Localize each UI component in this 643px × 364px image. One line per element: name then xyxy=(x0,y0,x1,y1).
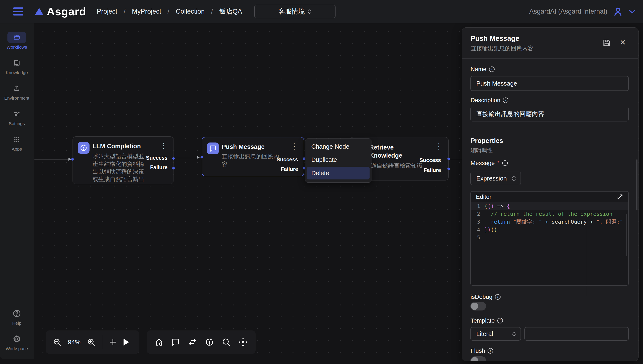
info-icon[interactable]: i xyxy=(488,348,493,354)
sidebar-item-environment[interactable]: Environment xyxy=(4,83,29,101)
run-icon[interactable] xyxy=(124,339,129,346)
success-port[interactable] xyxy=(447,158,450,160)
info-icon[interactable]: i xyxy=(489,66,495,72)
comment-icon[interactable] xyxy=(171,338,180,346)
account-name: AsgardAI (Asgard Internal) xyxy=(529,8,607,15)
close-icon[interactable]: ✕ xyxy=(620,38,626,47)
info-icon[interactable]: i xyxy=(503,98,508,103)
code-line: 4 })() xyxy=(471,226,628,234)
zoom-level: 94% xyxy=(68,338,81,346)
editor-scrollbar[interactable] xyxy=(626,214,627,256)
topbar: Asgard Project / MyProject / Collection … xyxy=(0,0,643,23)
code-area[interactable]: 1 (() => { 2 // return the result of the… xyxy=(471,202,628,242)
hamburger-menu-icon[interactable] xyxy=(13,8,23,16)
breadcrumb-separator: / xyxy=(167,8,169,15)
info-icon[interactable]: i xyxy=(495,294,501,300)
message-label: Message*i xyxy=(471,160,508,166)
sidebar-footer: Help Workspace xyxy=(0,300,34,359)
edge-arrowhead xyxy=(197,156,200,159)
app-window: LLM Completion ⋮ 呼叫大型語言模型並產生結構化的資料輸出以輔助流… xyxy=(0,0,643,364)
asgard-logo-icon xyxy=(35,8,43,15)
move-icon[interactable] xyxy=(238,337,248,347)
chevron-down-icon[interactable] xyxy=(628,9,636,14)
updown-icon xyxy=(512,176,516,181)
user-icon[interactable] xyxy=(613,6,623,16)
node-title: LLM Completion xyxy=(93,143,141,150)
llm-node-icon xyxy=(78,142,90,154)
port-label-success: Success xyxy=(146,155,167,161)
node-push-message[interactable]: Push Message ⋮ 直接輸出訊息的回應內容 Success Failu… xyxy=(202,137,304,176)
failure-port[interactable] xyxy=(172,167,175,170)
success-port[interactable] xyxy=(172,157,175,160)
breadcrumb-current[interactable]: 飯店QA xyxy=(219,7,242,16)
input-port[interactable] xyxy=(200,156,203,158)
sidebar-item-apps[interactable]: Apps xyxy=(8,134,26,152)
port-label-failure: Failure xyxy=(281,166,298,172)
breadcrumb-separator: / xyxy=(124,8,126,15)
expression-editor: Editor 1 (() => { 2 // return the result… xyxy=(470,191,629,286)
template-type-select[interactable]: Literal xyxy=(470,327,521,341)
node-menu-button[interactable]: ⋮ xyxy=(290,142,298,150)
name-input[interactable]: Push Message xyxy=(470,76,629,91)
add-icon[interactable] xyxy=(109,338,117,346)
panel-title: Push Message xyxy=(471,34,519,42)
node-llm-completion[interactable]: LLM Completion ⋮ 呼叫大型語言模型並產生結構化的資料輸出以輔助流… xyxy=(73,136,173,184)
flush-label: Flushi xyxy=(471,348,493,354)
port-label-failure: Failure xyxy=(423,167,441,173)
panel-divider xyxy=(462,130,638,130)
sidebar-item-workflows[interactable]: Workflows xyxy=(7,32,27,50)
sidebar-item-knowledge[interactable]: Knowledge xyxy=(6,57,28,75)
failure-port[interactable] xyxy=(447,168,450,170)
environment-select[interactable]: 客服情境 xyxy=(254,5,336,18)
sliders-icon xyxy=(8,108,26,119)
menu-item-delete[interactable]: Delete xyxy=(307,167,369,180)
description-input[interactable]: 直接輸出訊息的回應內容 xyxy=(470,106,629,122)
editor-title: Editor xyxy=(476,194,491,200)
code-line: 1 (() => { xyxy=(471,202,628,210)
topbar-right: AsgardAI (Asgard Internal) xyxy=(529,6,636,16)
node-description: 直接輸出訊息的回應內容 xyxy=(222,153,281,168)
home-add-icon[interactable] xyxy=(154,338,164,347)
flush-toggle[interactable] xyxy=(470,356,486,361)
input-port[interactable] xyxy=(71,158,74,160)
swap-arrows-icon[interactable] xyxy=(188,338,197,347)
save-icon[interactable] xyxy=(602,39,611,47)
search-icon[interactable] xyxy=(222,338,231,346)
updown-icon xyxy=(512,331,516,336)
node-description: 呼叫大型語言模型並產生結構化的資料輸出以輔助流程的決策或生成自然語言輸出 xyxy=(93,152,149,183)
isdebug-toggle[interactable] xyxy=(470,302,486,310)
sidebar-item-workspace[interactable]: Workspace xyxy=(6,334,28,351)
panel-scrollbar[interactable] xyxy=(636,159,637,210)
expand-icon[interactable] xyxy=(617,194,623,200)
sidebar-main: Workflows Knowledge Environment xyxy=(0,23,34,152)
node-menu-button[interactable]: ⋮ xyxy=(435,142,443,150)
node-context-menu: Change Node Duplicate Delete xyxy=(305,138,371,183)
port-label-failure: Failure xyxy=(150,164,167,170)
sidebar-item-help[interactable]: Help xyxy=(8,308,26,326)
breadcrumb-separator: / xyxy=(211,8,213,15)
breadcrumb-myproject[interactable]: MyProject xyxy=(132,8,161,15)
menu-item-change-node[interactable]: Change Node xyxy=(305,140,371,153)
properties-subheading: 編輯屬性 xyxy=(471,146,493,154)
sidebar-item-settings[interactable]: Settings xyxy=(8,108,26,126)
required-asterisk: * xyxy=(497,160,500,166)
port-label-success: Success xyxy=(419,157,441,163)
node-menu-button[interactable]: ⋮ xyxy=(160,142,167,150)
info-icon[interactable]: i xyxy=(497,318,503,324)
isdebug-label: isDebugi xyxy=(471,294,501,300)
info-icon[interactable]: i xyxy=(502,160,508,166)
template-value-input[interactable] xyxy=(524,327,629,341)
message-type-select[interactable]: Expression xyxy=(470,172,521,185)
brand-name: Asgard xyxy=(47,5,86,18)
menu-item-duplicate[interactable]: Duplicate xyxy=(305,153,371,166)
indent-guide xyxy=(587,213,587,296)
breadcrumb-collection[interactable]: Collection xyxy=(176,8,205,15)
llm-icon[interactable] xyxy=(205,338,214,347)
folder-icon xyxy=(8,32,26,43)
book-icon xyxy=(8,57,26,68)
zoom-out-icon[interactable] xyxy=(53,338,62,346)
description-label: Descriptioni xyxy=(471,97,508,104)
code-line: 5 xyxy=(471,234,628,242)
breadcrumb-project[interactable]: Project xyxy=(97,8,117,15)
zoom-in-icon[interactable] xyxy=(87,338,95,346)
